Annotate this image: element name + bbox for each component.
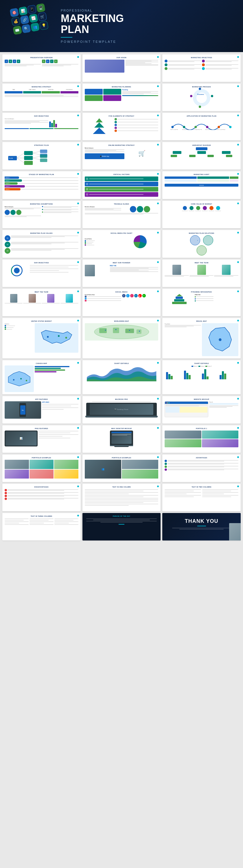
slide-dot [157,85,159,87]
slide-15: MARKETING AUDIT REVIEW [162,171,241,199]
svg-point-40 [13,379,14,380]
slide-dot [237,261,239,263]
cover-icons: 🎯 📊 📱 🖥️ 💰 🔗 📈 🛒 ✉️ 🔍 👥 💡 [11,6,52,46]
slide-24: MEET THE TEAM [162,259,241,287]
slide-26: SOCIAL MEDIA Social Media Stats f t i f … [83,289,161,316]
svg-rect-34 [136,329,141,334]
slide-dot [157,398,159,400]
slide-29: WORLDWIDE MAP [83,318,161,359]
slide-dot [157,203,159,204]
svg-rect-33 [125,329,134,333]
slide-dot [237,115,239,116]
svg-text:PLAN: PLAN [9,157,13,159]
slide-row-10: UNITED STATES MARKET Statistics [2,318,241,359]
slide-row-13: IPAD FEATURES 📊 [2,425,241,453]
slide-dot [237,290,239,292]
slide-row-9: MEET THE TEAM [2,289,241,316]
slide-dot [77,173,79,175]
cover-pretitle: PROFESSIONAL [61,9,124,12]
slide-31: CANADA MAP [2,360,81,394]
slide-dot [77,85,79,87]
svg-line-23 [33,156,40,158]
cover-title-line2: PLAN [61,24,124,35]
slide-row-14: PORTFOLIO EXAMPLES PORTFOLIO EXAMPLES 👥 [2,455,241,482]
slide-14: CRITICAL FACTORS [83,171,161,199]
slide-row-3: OUR OBJECTIVES Overview Analysis [2,113,241,140]
slide-row-7: MARKETING PLAN VALUES 01 02 03 SOCIAL ME [2,230,241,258]
slide-dot [77,456,79,458]
slide-dot [157,486,159,487]
slide-dot [237,85,239,87]
slide-43: DISADVANTAGES [2,484,81,511]
slide-dot [77,398,79,400]
slide-11: ONLINE MARKETING STRATEGY Market Analysi… [83,142,161,169]
svg-point-42 [26,380,27,381]
slide-dot [77,290,79,292]
slide-13: STAGES OF MARKETING PLAN STAGE 1 STAGE 2… [2,171,81,199]
slide-30: BRAZIL MAP Population [162,318,241,359]
slide-dot [237,486,239,487]
slide-25: MEET THE TEAM [2,289,81,316]
svg-line-20 [33,153,40,155]
slide-40: PORTFOLIO EXAMPLES [2,455,81,482]
slide-dot [237,456,239,458]
svg-text:DESIGN: DESIGN [205,129,212,130]
slide-47: Phrase Of The Day [83,513,161,540]
slide-dot [157,290,159,292]
slide-dot [77,203,79,204]
slide-23: MEET OUR FOUNDER MEET ME [83,259,161,287]
cover-tagline: POWERPOINT TEMPLATE [61,40,124,43]
slide-dot [77,261,79,263]
slide-dot [157,173,159,175]
svg-point-5 [230,126,232,128]
slide-dot [237,362,239,364]
slide-row-6: MARKETING ASSUMPTIONS Market Analysis [2,201,241,228]
svg-point-2 [195,126,197,128]
slide-6: MARKETING PROCESS Process [162,84,241,111]
slide-dot [77,486,79,487]
slide-46: TEXT IN THREE COLUMNS [2,513,81,540]
slide-dot [77,427,79,429]
slide-18: CORE VALUE OF MARKET [162,201,241,228]
svg-point-37 [129,330,130,331]
slide-dot [237,427,239,429]
svg-point-28 [58,335,60,337]
slide-dot [237,144,239,146]
slide-44: TEXT IN ONE COLUMN [83,484,161,511]
slide-48: THANK YOU [162,513,241,540]
slide-22: OUR OBJECTIVES [2,259,81,287]
slide-row-16: TEXT IN THREE COLUMNS [2,513,241,540]
svg-point-38 [139,331,140,332]
cover-text: PROFESSIONAL MARKETING PLAN POWERPOINT T… [61,9,124,43]
slide-dot [157,115,159,116]
slide-dot [157,56,159,58]
slide-dot [157,261,159,263]
slide-41: PORTFOLIO EXAMPLES 👥 [83,455,161,482]
svg-point-29 [65,337,67,339]
svg-text:TARGET: TARGET [182,129,189,130]
svg-point-0 [172,126,174,128]
slide-row-11: CANADA MAP [2,360,241,394]
slide-dot [77,232,79,234]
slide-27: PYRAMIDE INFOGRAPHIC ANALYSIS [162,289,241,316]
slide-dot [237,320,239,321]
cover-slide: 🎯 📊 📱 🖥️ 💰 🔗 📈 🛒 ✉️ 🔍 👥 💡 PROFESSIONAL M… [0,0,243,52]
svg-text:DELIVER: DELIVER [171,129,178,130]
svg-line-13 [17,153,24,158]
svg-point-1 [183,126,185,128]
slide-38: IMAC DESKTOP MOCKUP [83,425,161,453]
svg-rect-18 [24,161,33,165]
slide-dot [237,398,239,400]
svg-rect-16 [24,151,33,155]
slide-dot [77,515,79,517]
thank-you-title: THANK YOU [164,518,238,524]
slide-8: FIVE ELEMENTS OF STRATEGY 1 1 [83,113,161,140]
svg-point-41 [20,378,22,380]
slide-33: CHART EDITABLE Series 1 Series 2 Series … [162,360,241,394]
svg-point-39 [219,338,221,341]
slide-dot [77,320,79,321]
svg-point-3 [206,126,209,128]
slide-45: TEXT IN TWO COLUMNS [162,484,241,511]
slide-dot [77,115,79,116]
slide-row-4: STRATEGIC PLAN PLAN [2,142,241,169]
